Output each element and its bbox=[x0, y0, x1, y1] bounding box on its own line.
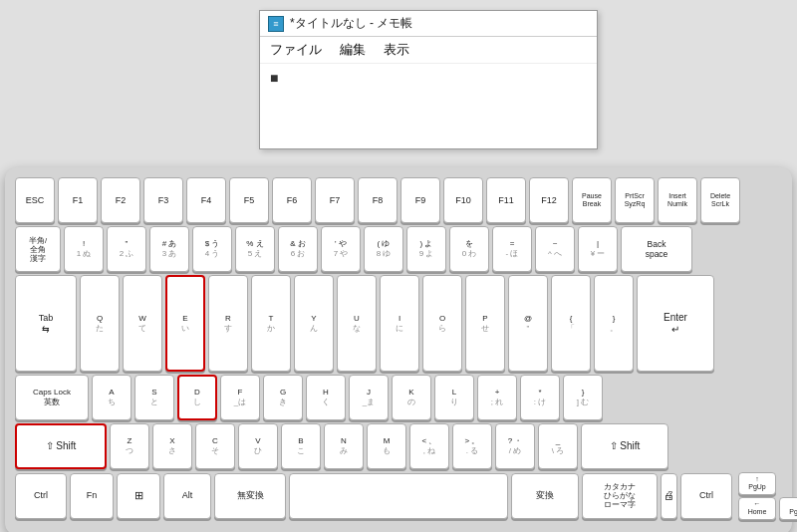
menu-edit[interactable]: 編集 bbox=[340, 41, 366, 59]
notepad-content: ■ bbox=[260, 64, 597, 133]
key-c[interactable]: Cそ bbox=[195, 423, 235, 469]
bottom-row: Ctrl Fn ⊞ Alt 無変換 変換 カタカナひらがなローマ字 🖨 Ctrl… bbox=[15, 472, 782, 520]
key-minus[interactable]: =- ほ bbox=[492, 226, 532, 272]
key-y[interactable]: Yん bbox=[294, 275, 334, 372]
asdf-row: Caps Lock英数 Aち Sと Dし F_は Gき Hく J_ま Kの Lり bbox=[15, 375, 782, 420]
key-pgdn[interactable]: ↓PgDn bbox=[779, 497, 797, 520]
key-z[interactable]: Zつ bbox=[110, 423, 149, 469]
key-esc[interactable]: ESC bbox=[15, 177, 55, 223]
key-s[interactable]: Sと bbox=[134, 375, 174, 420]
key-p[interactable]: Pせ bbox=[465, 275, 505, 372]
key-katakana[interactable]: カタカナひらがなローマ字 bbox=[582, 473, 658, 519]
key-f1[interactable]: F1 bbox=[58, 177, 98, 223]
key-shift-left[interactable]: ⇧ Shift bbox=[15, 423, 107, 469]
key-f5[interactable]: F5 bbox=[229, 177, 269, 223]
key-m[interactable]: Mも bbox=[367, 423, 406, 469]
key-romaji[interactable]: 🖨 bbox=[661, 473, 677, 519]
key-ctrl-left[interactable]: Ctrl bbox=[15, 473, 67, 519]
key-bracketr[interactable]: }。 bbox=[594, 275, 634, 372]
key-at[interactable]: @" bbox=[508, 275, 548, 372]
key-alt-left[interactable]: Alt bbox=[163, 473, 211, 519]
key-ctrl-right[interactable]: Ctrl bbox=[680, 473, 732, 519]
key-period[interactable]: > 。. る bbox=[452, 423, 492, 469]
key-hankaku[interactable]: 半角/全角漢字 bbox=[15, 226, 61, 272]
key-3[interactable]: # あ3 あ bbox=[149, 226, 189, 272]
key-r[interactable]: Rす bbox=[208, 275, 248, 372]
key-i[interactable]: Iに bbox=[380, 275, 419, 372]
key-w[interactable]: Wて bbox=[123, 275, 162, 372]
key-f[interactable]: F_は bbox=[220, 375, 260, 420]
key-d[interactable]: Dし bbox=[177, 375, 217, 420]
key-pause[interactable]: PauseBreak bbox=[572, 177, 612, 223]
key-j[interactable]: J_ま bbox=[349, 375, 389, 420]
qwerty-row: Tab⇆ Qた Wて Eい Rす Tか Yん Uな Iに Oら Pせ bbox=[15, 275, 782, 372]
key-v[interactable]: Vひ bbox=[238, 423, 278, 469]
key-9[interactable]: ) よ9 よ bbox=[406, 226, 446, 272]
notepad-icon: ≡ bbox=[268, 16, 284, 32]
key-backslash[interactable]: _\ ろ bbox=[538, 423, 578, 469]
key-pgup[interactable]: ↑PgUp bbox=[738, 472, 776, 495]
key-shift-right[interactable]: ⇧ Shift bbox=[581, 423, 668, 469]
key-f8[interactable]: F8 bbox=[358, 177, 398, 223]
key-f2[interactable]: F2 bbox=[101, 177, 140, 223]
key-0[interactable]: を0 わ bbox=[449, 226, 489, 272]
key-closebracket[interactable]: }] む bbox=[563, 375, 603, 420]
key-f7[interactable]: F7 bbox=[315, 177, 355, 223]
key-1[interactable]: !1 ぬ bbox=[64, 226, 104, 272]
key-f4[interactable]: F4 bbox=[186, 177, 226, 223]
key-k[interactable]: Kの bbox=[392, 375, 431, 420]
key-f12[interactable]: F12 bbox=[529, 177, 569, 223]
key-2[interactable]: "2 ふ bbox=[107, 226, 146, 272]
key-4[interactable]: $ う4 う bbox=[192, 226, 232, 272]
key-fn[interactable]: Fn bbox=[70, 473, 114, 519]
key-f11[interactable]: F11 bbox=[486, 177, 526, 223]
key-capslock[interactable]: Caps Lock英数 bbox=[15, 375, 89, 420]
key-t[interactable]: Tか bbox=[251, 275, 291, 372]
key-6[interactable]: & お6 お bbox=[278, 226, 318, 272]
key-h[interactable]: Hく bbox=[306, 375, 346, 420]
notepad-menu: ファイル 編集 表示 bbox=[260, 37, 597, 64]
key-o[interactable]: Oら bbox=[422, 275, 462, 372]
key-q[interactable]: Qた bbox=[80, 275, 120, 372]
key-insert[interactable]: InsertNumlk bbox=[658, 177, 697, 223]
key-l[interactable]: Lり bbox=[434, 375, 474, 420]
notepad-cursor: ■ bbox=[270, 70, 278, 86]
key-backspace[interactable]: Backspace bbox=[621, 226, 692, 272]
key-u[interactable]: Uな bbox=[337, 275, 377, 372]
menu-file[interactable]: ファイル bbox=[270, 41, 322, 59]
key-a[interactable]: Aち bbox=[92, 375, 132, 420]
key-yen[interactable]: |¥ ー bbox=[578, 226, 618, 272]
key-n[interactable]: Nみ bbox=[324, 423, 364, 469]
key-g[interactable]: Gき bbox=[263, 375, 303, 420]
key-caret[interactable]: ~^ へ bbox=[535, 226, 575, 272]
key-delete[interactable]: DeleteScrLk bbox=[700, 177, 740, 223]
key-colon[interactable]: *: け bbox=[520, 375, 560, 420]
key-5[interactable]: % え5 え bbox=[235, 226, 275, 272]
notepad-titlebar: ≡ *タイトルなし - メモ帳 bbox=[260, 11, 597, 37]
key-8[interactable]: ( ゆ8 ゆ bbox=[364, 226, 403, 272]
number-row: 半角/全角漢字 !1 ぬ "2 ふ # あ3 あ $ う4 う % え5 え &… bbox=[15, 226, 782, 272]
menu-view[interactable]: 表示 bbox=[384, 41, 409, 59]
key-f10[interactable]: F10 bbox=[443, 177, 483, 223]
key-prtscr[interactable]: PrtScrSyzRq bbox=[615, 177, 655, 223]
key-f6[interactable]: F6 bbox=[272, 177, 312, 223]
function-row: ESC F1 F2 F3 F4 F5 F6 F7 F8 F9 F10 F11 F… bbox=[15, 177, 782, 223]
key-f9[interactable]: F9 bbox=[400, 177, 440, 223]
key-x[interactable]: Xさ bbox=[152, 423, 192, 469]
key-enter[interactable]: Enter↵ bbox=[637, 275, 714, 372]
key-7[interactable]: ' や7 や bbox=[321, 226, 361, 272]
key-bracketl[interactable]: {「 bbox=[551, 275, 591, 372]
key-comma[interactable]: < 、, ね bbox=[409, 423, 449, 469]
keyboard: ESC F1 F2 F3 F4 F5 F6 F7 F8 F9 F10 F11 F… bbox=[5, 167, 792, 532]
key-win[interactable]: ⊞ bbox=[117, 473, 160, 519]
key-muhenkan[interactable]: 無変換 bbox=[214, 473, 286, 519]
key-b[interactable]: Bこ bbox=[281, 423, 321, 469]
key-henkan[interactable]: 変換 bbox=[511, 473, 579, 519]
key-slash[interactable]: ? ・/ め bbox=[495, 423, 535, 469]
key-home[interactable]: ←Home bbox=[738, 497, 776, 520]
key-semicolon[interactable]: +; れ bbox=[477, 375, 517, 420]
key-tab[interactable]: Tab⇆ bbox=[15, 275, 77, 372]
key-f3[interactable]: F3 bbox=[143, 177, 183, 223]
key-space[interactable] bbox=[289, 473, 508, 519]
key-e[interactable]: Eい bbox=[165, 275, 205, 372]
